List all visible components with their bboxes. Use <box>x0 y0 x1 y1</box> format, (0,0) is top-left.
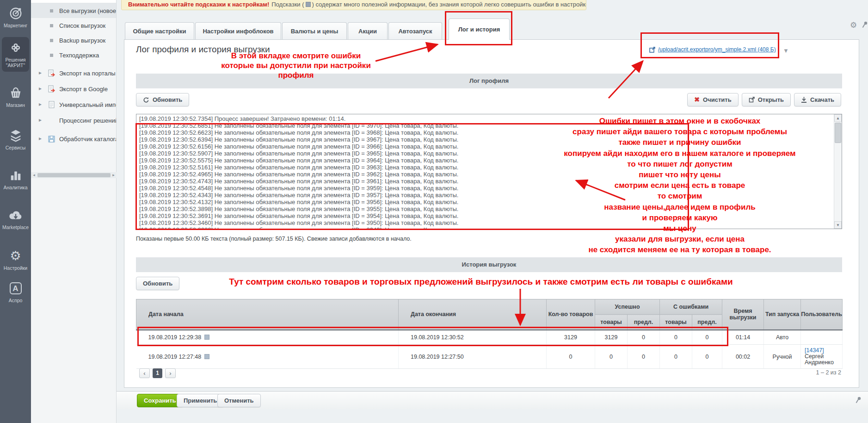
log-line: [19.08.2019 12:30:52.6851] Не заполнены … <box>139 122 831 129</box>
sidebar-item-4[interactable]: Техподдержка <box>31 48 116 62</box>
rail-item-6[interactable]: Marketplace <box>0 207 31 230</box>
sidebar-item-1[interactable]: Все выгрузки (новое) <box>31 3 116 18</box>
scroll-right-icon[interactable]: ▸ <box>111 172 117 178</box>
cancel-button[interactable]: Отменить <box>217 394 261 407</box>
refresh-log-button[interactable]: Обновить <box>136 93 189 106</box>
log-line: [19.08.2019 12:30:52.6394] Не заполнены … <box>139 136 831 143</box>
cell-end-date: 19.08.2019 12:27:50 <box>399 345 547 369</box>
pin-icon[interactable] <box>862 21 868 30</box>
tab-4[interactable]: Акции <box>348 22 388 40</box>
expand-caret-icon[interactable]: ▸ <box>39 85 42 92</box>
tab-5[interactable]: Автозапуск <box>388 22 442 40</box>
detail-icon[interactable] <box>204 335 209 340</box>
save-button[interactable]: Сохранить <box>137 394 183 407</box>
left-rail: Маркетинг Решения"АКРИТ" Магазин Сервисы… <box>0 0 31 423</box>
user-id-link[interactable]: [14347] <box>805 347 824 354</box>
cell-success-offers: 0 <box>628 330 660 345</box>
clear-log-button[interactable]: ✖ Очистить <box>687 93 738 106</box>
log-scrollbar[interactable]: ▲ ▼ <box>834 114 842 229</box>
tab-3[interactable]: Валюты и цены <box>282 22 347 40</box>
log-scrollbar-thumb[interactable] <box>835 123 841 143</box>
notice-text-2: ) содержат много полезной информации, бе… <box>312 1 586 8</box>
cell-duration: 00:02 <box>722 345 764 369</box>
expand-caret-icon[interactable]: ▸ <box>39 117 42 123</box>
bullet-icon <box>50 54 53 57</box>
sidebar-menu-items: Все выгрузки (новое)Список выгрузокBacku… <box>31 3 116 147</box>
form-settings-gear-icon[interactable]: ⚙ <box>850 20 857 30</box>
cell-duration: 01:14 <box>722 330 764 345</box>
history-row-1: 19.08.2019 12:29:38 19.08.2019 12:30:52 … <box>136 330 843 345</box>
log-line: [19.08.2019 12:30:52.3691] Не заполнены … <box>139 212 831 219</box>
cell-error-products: 0 <box>660 330 692 345</box>
target-icon <box>0 6 31 21</box>
cell-error-products: 0 <box>660 345 692 369</box>
scroll-down-icon[interactable]: ▼ <box>834 221 842 229</box>
tab-1[interactable]: Общие настройки <box>125 22 194 40</box>
sidebar-item-7[interactable]: ▸Универсальный импорт <box>31 97 116 112</box>
pagination: ‹ 1 › <box>139 368 176 378</box>
scroll-up-icon[interactable]: ▲ <box>834 114 842 122</box>
rail-item-8[interactable]: A Аспро <box>0 280 31 303</box>
sidebar-item-label: Экспорт в Google <box>59 86 108 93</box>
open-log-button[interactable]: Открыть <box>742 93 791 106</box>
log-line: [19.08.2019 12:30:52.4965] Не заполнены … <box>139 171 831 178</box>
rail-item-1[interactable]: Маркетинг <box>0 6 31 28</box>
tab-6[interactable]: Лог и история <box>449 19 510 40</box>
col-errors-group: С ошибками <box>660 299 722 315</box>
log-text-area[interactable]: [19.08.2019 12:30:52.7354] Процесс завер… <box>136 114 842 229</box>
expand-caret-icon[interactable]: ▸ <box>39 69 42 76</box>
cell-success-products: 3129 <box>595 330 628 345</box>
pin-footer-icon[interactable] <box>856 397 862 405</box>
col-launch-type: Тип запуска <box>764 299 801 330</box>
refresh-history-button[interactable]: Обновить <box>136 277 179 290</box>
notice-text: Подсказки ( <box>271 1 304 8</box>
log-line: [19.08.2019 12:30:52.3898] Не заполнены … <box>139 205 831 212</box>
rail-item-label: Аналитика <box>0 185 31 190</box>
history-row-2: 19.08.2019 12:27:48 19.08.2019 12:27:50 … <box>136 345 843 369</box>
rail-item-4[interactable]: Сервисы <box>0 128 31 150</box>
sidebar-item-label: Техподдержка <box>59 52 99 59</box>
log-line: [19.08.2019 12:30:52.6623] Не заполнены … <box>139 129 831 136</box>
page-next-button[interactable]: › <box>165 368 176 378</box>
detail-icon[interactable] <box>204 354 209 359</box>
notice-warning-text: Внимательно читайте подсказки к настройк… <box>128 1 269 8</box>
rail-item-2[interactable]: Решения"АКРИТ" <box>2 37 29 72</box>
rail-item-7[interactable]: ⚙ Настройки <box>0 248 31 271</box>
col-error-products: товары <box>660 315 692 330</box>
col-product-count: Кол-во товаров <box>547 299 595 330</box>
sidebar-item-6[interactable]: ▸Экспорт в Google <box>31 81 116 97</box>
page-title: Лог профиля и история выгрузки <box>136 44 270 55</box>
refresh-history-label: Обновить <box>143 280 172 287</box>
rail-item-5[interactable]: Аналитика <box>0 168 31 190</box>
sidebar-item-8[interactable]: ▸Процессинг решений 1С-Битр <box>31 112 116 128</box>
sidebar-item-5[interactable]: ▸Экспорт на порталы + API <box>31 65 116 81</box>
scroll-left-icon[interactable]: ◂ <box>31 172 37 178</box>
sidebar-item-label: Экспорт на порталы + API <box>59 70 116 77</box>
tab-2[interactable]: Настройки инфоблоков <box>195 22 281 40</box>
rail-item-label: Маркетинг <box>0 23 31 28</box>
rail-item-label: Магазин <box>0 102 31 108</box>
sidebar-item-2[interactable]: Список выгрузок <box>31 18 116 33</box>
log-line: [19.08.2019 12:30:52.4132] Не заполнены … <box>139 199 831 205</box>
export-file-link[interactable]: /upload/acrit.exportpro/ym_simple.2.xml … <box>649 46 776 53</box>
cell-product-count: 3129 <box>547 330 595 345</box>
page-current[interactable]: 1 <box>153 368 162 378</box>
col-success-products: товары <box>595 315 628 330</box>
scrollbar-thumb[interactable] <box>37 173 111 177</box>
rail-item-3[interactable]: Магазин <box>0 85 31 108</box>
apply-button[interactable]: Применить <box>177 394 224 407</box>
collapse-caret-icon[interactable]: ▼ <box>783 47 789 54</box>
expand-caret-icon[interactable]: ▸ <box>39 101 42 107</box>
page-prev-button[interactable]: ‹ <box>139 368 150 378</box>
sidebar-item-9[interactable]: ▸Обработчик каталога <box>31 131 116 147</box>
sidebar-item-3[interactable]: Backup выгрузок <box>31 33 116 48</box>
hint-notice-bar: Внимательно читайте подсказки к настройк… <box>121 0 586 10</box>
expand-caret-icon[interactable]: ▸ <box>39 135 42 142</box>
sidebar-item-label: Универсальный импорт <box>59 101 116 108</box>
sidebar-horizontal-scrollbar[interactable]: ◂ ▸ <box>31 172 117 178</box>
open-icon <box>749 97 755 103</box>
rail-item-label: Решения"АКРИТ" <box>2 57 29 68</box>
refresh-log-label: Обновить <box>153 96 182 103</box>
download-log-button[interactable]: Скачать <box>794 93 841 106</box>
hint-icon <box>306 2 311 7</box>
